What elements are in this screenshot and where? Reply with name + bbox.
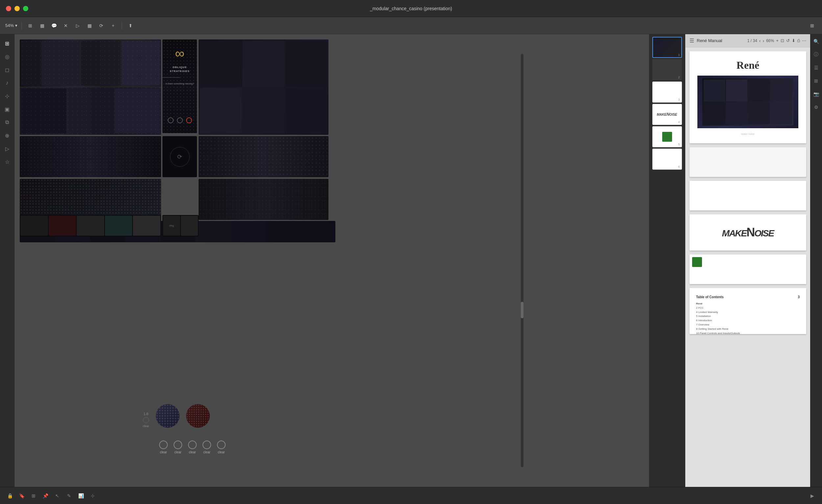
info-icon[interactable]: ⓘ bbox=[811, 50, 821, 59]
makenoise-logo: MAKENOISE bbox=[722, 225, 774, 239]
right-panel-header: ☰ René Manual 1 / 34 ‹ › 66% + ⊡ ↺ ⬇ ⎙ ⋯ bbox=[686, 34, 810, 47]
tool-btn-2[interactable]: ▦ bbox=[37, 21, 47, 30]
left-icon-play[interactable]: ▷ bbox=[2, 143, 12, 154]
panel-title: René Manual bbox=[697, 38, 745, 43]
minimize-button[interactable] bbox=[14, 6, 20, 11]
grid-view-btn[interactable]: ⊞ bbox=[808, 21, 817, 30]
slide-num-6: 6 bbox=[678, 165, 680, 168]
chart-btn[interactable]: 📊 bbox=[76, 491, 85, 500]
slide-thumb-4[interactable]: MAKENOISE 4 bbox=[652, 104, 682, 125]
zoom-display: 66% bbox=[766, 38, 774, 43]
clear-label-5: clear bbox=[218, 450, 225, 454]
zoom-control[interactable]: 54% ▾ bbox=[5, 23, 17, 28]
zoom-label: 54% bbox=[5, 23, 14, 28]
left-icon-layers[interactable]: ⊞ bbox=[2, 38, 12, 49]
left-icon-circle[interactable]: ◎ bbox=[2, 51, 12, 62]
prev-page-btn[interactable]: ‹ bbox=[759, 38, 761, 43]
rotate-btn[interactable]: ↺ bbox=[786, 38, 790, 43]
next-page-btn[interactable]: › bbox=[763, 38, 765, 43]
clear-circle-4[interactable] bbox=[202, 441, 211, 449]
grid-icon[interactable]: ⊞ bbox=[811, 76, 821, 85]
oblique-card-text: Is there something missing? bbox=[165, 82, 194, 85]
title-bar: _modular_chance_casino (presentation) bbox=[0, 0, 822, 17]
slide-num-4: 4 bbox=[678, 120, 680, 124]
zoom-in-btn[interactable]: + bbox=[776, 38, 779, 43]
slide-num-2: 2 bbox=[678, 76, 680, 79]
toc-item-5: 6 Introduction bbox=[696, 319, 800, 323]
lock-btn[interactable]: 🔒 bbox=[5, 491, 14, 500]
pedals-row: iRig bbox=[162, 215, 198, 236]
search-icon[interactable]: 🔍 bbox=[811, 37, 821, 46]
modular-rack-1 bbox=[20, 39, 161, 135]
slides-panel: 1 2 3 MAKENOISE 4 5 6 bbox=[649, 34, 685, 487]
slide-thumb-5[interactable]: 5 bbox=[652, 126, 682, 147]
slide-thumb-3[interactable]: 3 bbox=[652, 81, 682, 103]
clear-circle-1[interactable] bbox=[159, 441, 168, 449]
pin-btn[interactable]: 📌 bbox=[41, 491, 50, 500]
toolbar: 54% ▾ ⊞ ▦ 💬 ✕ ▷ ▦ ⟳ ＋ ⬆ ⊞ bbox=[0, 17, 822, 34]
clear-buttons-area: clear clear clear clear bbox=[159, 441, 226, 454]
layers-btn[interactable]: ⊞ bbox=[29, 491, 38, 500]
slide-num-5: 5 bbox=[678, 143, 680, 146]
download-btn[interactable]: ⬇ bbox=[792, 38, 795, 43]
left-icon-add[interactable]: ⊕ bbox=[2, 130, 12, 141]
vertical-scrollbar[interactable] bbox=[521, 54, 523, 467]
toc-title: Table of Contents 3 bbox=[696, 295, 800, 300]
slide-num-1: 1 bbox=[678, 53, 680, 57]
clear-label-3: clear bbox=[189, 450, 196, 454]
toc-item-4: 5 Installation bbox=[696, 314, 800, 319]
bottom-right: ▶ bbox=[808, 491, 817, 500]
doc-page-2 bbox=[690, 147, 806, 177]
modular-rack-2: ∞ OBLIQUE STRATEGIES Is there something … bbox=[162, 39, 197, 133]
camera-icon[interactable]: 📷 bbox=[811, 89, 821, 99]
left-icon-music[interactable]: ♪ bbox=[2, 78, 12, 88]
play-btn[interactable]: ▶ bbox=[808, 491, 817, 500]
cursor-btn[interactable]: ↖ bbox=[53, 491, 62, 500]
tool-btn-1[interactable]: ⊞ bbox=[26, 21, 35, 30]
pen-btn[interactable]: ✎ bbox=[64, 491, 74, 500]
clear-circle-5[interactable] bbox=[217, 441, 226, 449]
slide-thumb-2[interactable]: 2 bbox=[652, 59, 682, 80]
thumb-group-1: 1-8 clear bbox=[143, 412, 149, 428]
settings-icon[interactable]: ⚙ bbox=[811, 103, 821, 112]
doc-page-1: René m bbox=[690, 51, 806, 143]
list-icon[interactable]: ☰ bbox=[811, 63, 821, 72]
modular-rack-row2 bbox=[20, 136, 161, 177]
tool-btn-3[interactable]: 💬 bbox=[49, 21, 58, 30]
right-side-icons: 🔍 ⓘ ☰ ⊞ 📷 ⚙ bbox=[810, 34, 822, 487]
toc-item-3: 4 Limited Warranty bbox=[696, 310, 800, 315]
toc-item-2: 2 FCC bbox=[696, 306, 800, 310]
left-icon-star[interactable]: ☆ bbox=[2, 156, 12, 167]
left-icon-link[interactable]: ⧉ bbox=[2, 117, 12, 127]
print-btn[interactable]: ⎙ bbox=[797, 38, 800, 43]
doc-page-6: Table of Contents 3 René 2 FCC 4 Limited… bbox=[690, 288, 806, 334]
maximize-button[interactable] bbox=[23, 6, 28, 11]
left-icon-shapes[interactable]: ◻ bbox=[2, 64, 12, 75]
right-panel-content[interactable]: René m bbox=[686, 47, 810, 487]
more-btn[interactable]: ⋯ bbox=[802, 38, 806, 43]
left-icon-tool[interactable]: ⊹ bbox=[2, 91, 12, 101]
tool-btn-8[interactable]: ＋ bbox=[108, 21, 118, 30]
tool-btn-4[interactable]: ✕ bbox=[61, 21, 70, 30]
toc-item-1: René bbox=[696, 302, 800, 306]
tool-btn-5[interactable]: ▷ bbox=[73, 21, 82, 30]
panel-menu-icon[interactable]: ☰ bbox=[690, 37, 694, 44]
left-icon-image[interactable]: ▣ bbox=[2, 104, 12, 114]
clear-label-2: clear bbox=[174, 450, 181, 454]
share-btn[interactable]: ⬆ bbox=[126, 21, 135, 30]
grid-btn[interactable]: ⊹ bbox=[88, 491, 97, 500]
tool-btn-7[interactable]: ⟳ bbox=[97, 21, 106, 30]
close-button[interactable] bbox=[6, 6, 11, 11]
window-title: _modular_chance_casino (presentation) bbox=[370, 6, 452, 11]
slide-thumb-1[interactable]: 1 bbox=[652, 37, 682, 58]
modular-rack-row3-right bbox=[198, 179, 329, 220]
oblique-bottom: ⟳ bbox=[162, 136, 197, 177]
clear-circle-2[interactable] bbox=[173, 441, 182, 449]
fit-btn[interactable]: ⊡ bbox=[781, 38, 784, 43]
zoom-arrow: ▾ bbox=[15, 23, 17, 28]
doc-title: René bbox=[737, 59, 759, 71]
clear-circle-3[interactable] bbox=[188, 441, 196, 449]
slide-thumb-6[interactable]: 6 bbox=[652, 149, 682, 170]
bookmark-btn[interactable]: 🔖 bbox=[17, 491, 26, 500]
tool-btn-6[interactable]: ▦ bbox=[85, 21, 94, 30]
